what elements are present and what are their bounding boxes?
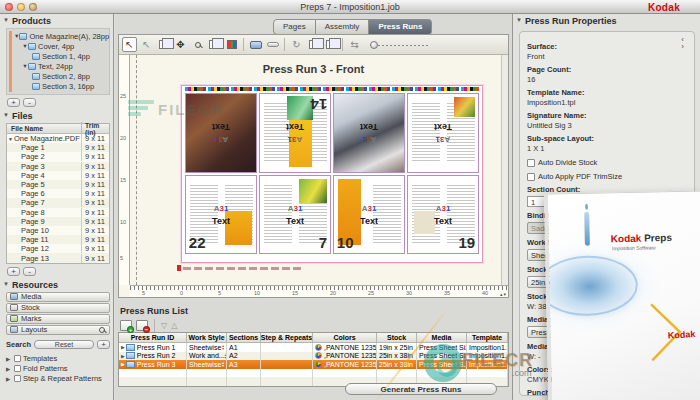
remove-file-button[interactable]: - (23, 267, 36, 276)
product-tree-item[interactable]: Section 3, 16pp (7, 81, 109, 91)
ungroup-pages-button[interactable] (323, 37, 338, 52)
file-row[interactable]: One Magazine.PDF9 x 11 (7, 134, 109, 143)
imposed-page[interactable]: A31Text 19 (407, 175, 479, 255)
press-run-row[interactable]: ▶Press Run 1 Sheetwise▴▾ A1 ,PANTONE 123… (119, 343, 508, 352)
file-row[interactable]: Page 19 x 11 (7, 143, 109, 152)
group-pages-button[interactable] (306, 37, 321, 52)
files-section-header[interactable]: Files (0, 109, 113, 122)
pan-tool-button[interactable]: ✥ (173, 37, 188, 52)
product-tree-item[interactable]: ▼Text, 24pp (7, 61, 109, 71)
work-style-stepper[interactable]: ▴▾ (222, 344, 224, 350)
flip-surface-button[interactable]: ⇆ (347, 37, 362, 52)
subspace-layout-value: 1 X 1 (527, 144, 687, 153)
product-tree-item[interactable]: ▼One Magazine(A), 28pp (7, 31, 109, 41)
file-row[interactable]: Page 129 x 11 (7, 244, 109, 253)
tab-pages[interactable]: Pages (273, 19, 316, 35)
imposed-page[interactable]: A31Text 22 (185, 175, 257, 255)
minimize-window-button[interactable] (17, 3, 25, 11)
imposed-page[interactable]: A31Text 7 (259, 175, 331, 255)
file-row[interactable]: Page 109 x 11 (7, 226, 109, 235)
tab-assembly[interactable]: Assembly (316, 19, 370, 35)
close-window-button[interactable] (5, 3, 13, 11)
tab-press-runs[interactable]: Press Runs (369, 19, 432, 35)
disclosure-triangle-icon[interactable]: ▶ (6, 356, 12, 362)
auto-divide-stock-row[interactable]: Auto Divide Stock (527, 158, 687, 167)
files-table-header[interactable]: File Name Trim (in) (7, 124, 109, 134)
file-row[interactable]: Page 139 x 11 (7, 253, 109, 262)
file-row[interactable]: Page 79 x 11 (7, 198, 109, 207)
add-product-button[interactable]: + (7, 98, 20, 107)
work-style-stepper[interactable]: ▴▾ (222, 361, 224, 367)
generate-press-runs-button[interactable]: Generate Press Runs (345, 383, 497, 395)
preview-mode-button[interactable] (248, 37, 263, 52)
auto-divide-stock-checkbox[interactable] (527, 159, 535, 167)
file-row[interactable]: Page 89 x 11 (7, 208, 109, 217)
move-up-button[interactable]: △ (171, 321, 177, 330)
zoom-area-tool-button[interactable] (156, 37, 171, 52)
file-row[interactable]: Page 39 x 11 (7, 162, 109, 171)
canvas-resize-arrows[interactable]: ▴▾ (500, 291, 507, 297)
step-repeat-checkbox[interactable] (14, 375, 21, 382)
imposed-page[interactable]: A31Text (333, 93, 405, 173)
direct-select-tool-button[interactable]: ↖ (139, 37, 154, 52)
auto-apply-trimsize-row[interactable]: Auto Apply PDF TrimSize (527, 172, 687, 181)
rotate-button[interactable]: ↻ (289, 37, 304, 52)
remove-product-button[interactable]: - (23, 98, 36, 107)
expand-row-icon[interactable]: ▶ (121, 344, 125, 350)
templates-tree-item[interactable]: ▶Templates (6, 354, 113, 364)
fold-patterns-checkbox[interactable] (14, 365, 21, 372)
imposed-page[interactable]: A31Text (407, 93, 479, 173)
add-search-button[interactable]: + (97, 340, 110, 349)
press-runs-table-header[interactable]: Press Run ID Work Style Sections Step & … (119, 333, 508, 343)
add-press-run-button[interactable]: + (120, 320, 132, 331)
press-run-properties-header[interactable]: Press Run Properties (513, 14, 700, 27)
resources-marks-button[interactable]: Marks (6, 314, 110, 324)
fold-patterns-tree-item[interactable]: ▶Fold Patterns (6, 364, 113, 374)
auto-apply-trimsize-checkbox[interactable] (527, 173, 535, 181)
imposed-page[interactable]: A31Text (185, 93, 257, 173)
zoom-slider[interactable] (370, 40, 428, 50)
resources-stock-button[interactable]: Stock (6, 303, 110, 313)
file-row[interactable]: Page 59 x 11 (7, 180, 109, 189)
select-tool-button[interactable]: ↖ (122, 37, 137, 52)
file-row[interactable]: Page 119 x 11 (7, 235, 109, 244)
imposed-page[interactable]: A31Text 10 (333, 175, 405, 255)
disclosure-triangle-icon[interactable]: ▶ (6, 376, 12, 382)
file-row[interactable]: Page 69 x 11 (7, 189, 109, 198)
press-run-row-selected[interactable]: ▶Press Run 3 Sheetwise▴▾ A3 ,PANTONE 123… (119, 360, 508, 369)
file-row[interactable]: Page 49 x 11 (7, 171, 109, 180)
file-row[interactable]: Page 99 x 11 (7, 217, 109, 226)
move-down-button[interactable]: ▽ (161, 321, 167, 330)
press-sheet[interactable]: A31Text A31Text 14 (181, 85, 483, 263)
resources-layouts-button[interactable]: Layouts (6, 325, 110, 335)
zoom-window-button[interactable] (29, 3, 37, 11)
collapse-button[interactable] (265, 37, 280, 52)
products-section-header[interactable]: Products (0, 14, 113, 27)
step-repeat-tree-item[interactable]: ▶Step & Repeat Patterns (6, 374, 113, 384)
products-tree: ▼One Magazine(A), 28pp ▼Cover, 4pp Secti… (6, 28, 110, 95)
assign-pages-button[interactable] (224, 37, 239, 52)
reset-search-button[interactable]: Reset (34, 340, 94, 349)
title-bar[interactable]: Preps 7 - Imposition1.job Kodak (0, 0, 700, 14)
expand-row-icon[interactable]: ▶ (121, 361, 125, 367)
product-tree-item[interactable]: Section 2, 8pp (7, 71, 109, 81)
zoom-slider-handle[interactable] (370, 41, 378, 49)
press-run-row[interactable]: ▶Press Run 2 Work and...▴▾ A2 ,PANTONE 1… (119, 352, 508, 361)
magnify-tool-button[interactable] (190, 37, 205, 52)
surface-nav-arrows[interactable]: ‹› (681, 36, 684, 50)
column-file-name[interactable]: File Name (7, 125, 81, 132)
add-file-button[interactable]: + (7, 267, 20, 276)
templates-checkbox[interactable] (14, 355, 21, 362)
product-tree-item[interactable]: Section 1, 4pp (7, 51, 109, 61)
file-row[interactable]: Page 29 x 11 (7, 152, 109, 161)
remove-press-run-button[interactable]: − (136, 320, 148, 331)
pages-view-button[interactable]: ▾ (207, 37, 222, 52)
resources-section-header[interactable]: Resources (0, 278, 113, 291)
expand-row-icon[interactable]: ▶ (121, 353, 125, 359)
disclosure-triangle-icon[interactable]: ▶ (6, 366, 12, 372)
imposed-page[interactable]: A31Text 14 (259, 93, 331, 173)
canvas-viewport[interactable]: Press Run 3 - Front 25 20 15 10 5 (119, 55, 508, 297)
resources-media-button[interactable]: Media (6, 292, 110, 302)
canvas-vertical-scrollbar[interactable] (501, 55, 508, 285)
product-tree-item[interactable]: ▼Cover, 4pp (7, 41, 109, 51)
